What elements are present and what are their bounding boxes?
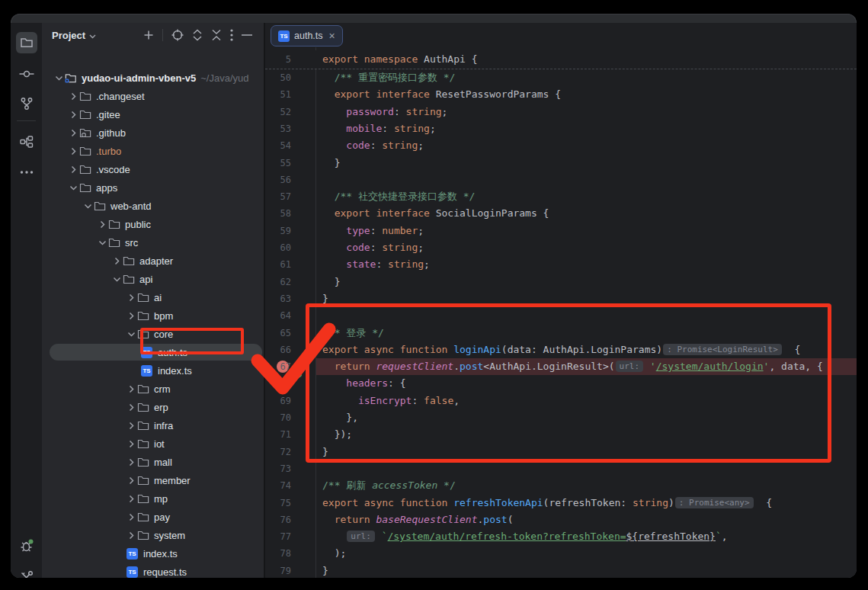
chevron-collapsed-icon[interactable] [97, 220, 107, 229]
code-line-76[interactable]: 76 return baseRequestClient.post( [265, 511, 857, 528]
tree-row-member[interactable]: member [42, 471, 264, 489]
tab-auth-ts[interactable]: TS auth.ts × [271, 25, 343, 46]
chevron-collapsed-icon[interactable] [126, 440, 136, 448]
chevron-collapsed-icon[interactable] [126, 312, 136, 320]
code-line-57[interactable]: 57 /** 社交快捷登录接口参数 */ [265, 188, 857, 205]
tree-row-web-antd[interactable]: web-antd [42, 197, 264, 215]
chevron-expanded-icon[interactable] [97, 239, 107, 247]
chevron-collapsed-icon[interactable] [126, 422, 136, 430]
line-number[interactable]: 70 [265, 409, 291, 426]
tools-icon[interactable] [16, 567, 37, 578]
line-number[interactable]: 55 [265, 155, 291, 172]
line-number[interactable]: 52 [265, 104, 291, 120]
code-line-59[interactable]: 59 type: number; [265, 223, 857, 239]
tree-row-index-ts[interactable]: TSindex.ts [42, 361, 264, 380]
tree-row--turbo[interactable]: .turbo [42, 142, 264, 160]
chevron-collapsed-icon[interactable] [68, 129, 78, 137]
line-number[interactable]: 60 [265, 239, 291, 256]
chevron-collapsed-icon[interactable] [126, 293, 136, 302]
tree-row-adapter[interactable]: adapter [42, 252, 264, 270]
line-number[interactable]: 59 [265, 223, 291, 239]
project-folder-icon[interactable] [16, 32, 37, 53]
tab-close-icon[interactable]: × [329, 32, 335, 40]
chevron-collapsed-icon[interactable] [68, 165, 78, 174]
tree-row-request-ts[interactable]: TSrequest.ts [42, 563, 264, 578]
tree-row-src[interactable]: src [42, 233, 264, 252]
code-line-75[interactable]: 75export async function refreshTokenApi(… [265, 495, 857, 511]
tree-row-pay[interactable]: pay [42, 508, 264, 526]
tree-row-index-ts[interactable]: TSindex.ts [42, 544, 264, 563]
chevron-collapsed-icon[interactable] [68, 92, 78, 101]
tree-row-ai[interactable]: ai [42, 288, 264, 306]
code-line-54[interactable]: 54 code: string; [265, 137, 857, 154]
tree-row--changeset[interactable]: .changeset [42, 87, 264, 105]
code-line-55[interactable]: 55 } [265, 155, 857, 172]
chevron-expanded-icon[interactable] [111, 275, 122, 284]
line-number[interactable]: 75 [265, 495, 291, 511]
tree-row-crm[interactable]: crm [42, 380, 264, 398]
tree-row-system[interactable]: system [42, 526, 264, 544]
chevron-expanded-icon[interactable] [68, 184, 78, 192]
line-number[interactable]: 73 [265, 460, 291, 477]
line-number[interactable]: 63 [265, 290, 291, 307]
tree-row-mp[interactable]: mp [42, 489, 264, 508]
options-kebab-icon[interactable] [230, 29, 233, 41]
collapse-all-icon[interactable] [211, 29, 222, 41]
code-line-52[interactable]: 52 password: string; [265, 104, 857, 120]
chevron-down-icon[interactable] [89, 30, 96, 41]
code-line-53[interactable]: 53 mobile: string; [265, 120, 857, 137]
line-number[interactable]: 61 [265, 256, 291, 273]
line-number[interactable]: 74 [265, 477, 291, 494]
tree-row-infra[interactable]: infra [42, 416, 264, 434]
line-number[interactable]: 72 [265, 444, 291, 460]
code-line-62[interactable]: 62 } [265, 274, 857, 290]
code-line-79[interactable]: 79} [265, 563, 857, 578]
tree-row--gitee[interactable]: .gitee [42, 105, 264, 123]
tree-row-iot[interactable]: iot [42, 434, 264, 453]
line-number[interactable]: 79 [265, 563, 291, 578]
chevron-collapsed-icon[interactable] [126, 495, 136, 503]
tree-row--vscode[interactable]: .vscode [42, 160, 264, 178]
code-line-74[interactable]: 74/** 刷新 accessToken */ [265, 477, 857, 494]
project-panel-title[interactable]: Project [52, 30, 85, 41]
version-control-icon[interactable] [16, 93, 37, 114]
tree-row-erp[interactable]: erp [42, 398, 264, 416]
code-line-61[interactable]: 61 state: string; [265, 256, 857, 273]
code-line-58[interactable]: 58 export interface SocialLoginParams { [265, 205, 857, 222]
tree-row--github[interactable]: .github [42, 123, 264, 142]
chevron-collapsed-icon[interactable] [126, 403, 136, 412]
line-number[interactable]: 5 [265, 50, 291, 69]
code-line-78[interactable]: 78 ); [265, 545, 857, 562]
hide-panel-icon[interactable] [242, 34, 252, 36]
chevron-expanded-icon[interactable] [82, 202, 93, 210]
code-line-77[interactable]: 77 url: `/system/auth/refresh-token?refr… [265, 528, 857, 545]
code-line-56[interactable]: 56 [265, 172, 857, 188]
expand-all-icon[interactable] [192, 29, 203, 41]
chevron-collapsed-icon[interactable] [126, 458, 136, 467]
line-number[interactable]: 76 [265, 511, 291, 528]
code-line-50[interactable]: 50 /** 重置密码接口参数 */ [265, 69, 857, 86]
line-number[interactable]: 56 [265, 172, 291, 188]
chevron-collapsed-icon[interactable] [126, 513, 136, 521]
line-number[interactable]: 53 [265, 120, 291, 137]
tree-row-api[interactable]: api [42, 270, 264, 288]
chevron-collapsed-icon[interactable] [126, 385, 136, 393]
line-number[interactable]: 77 [265, 528, 291, 545]
tree-row-yudao-ui-admin-vben-v5[interactable]: yudao-ui-admin-vben-v5~/Java/yud [42, 69, 264, 87]
tree-row-bpm[interactable]: bpm [42, 306, 264, 325]
code-line-51[interactable]: 51 export interface ResetPasswordParams … [265, 86, 857, 103]
tree-row-public[interactable]: public [42, 215, 264, 233]
line-number[interactable]: 62 [265, 274, 291, 290]
add-icon[interactable] [143, 30, 154, 40]
more-tool-windows-icon[interactable] [16, 162, 37, 183]
tree-row-apps[interactable]: apps [42, 178, 264, 197]
chevron-expanded-icon[interactable] [126, 330, 136, 338]
line-number[interactable]: 50 [265, 69, 291, 86]
debug-icon[interactable] [16, 535, 37, 556]
line-number[interactable]: 54 [265, 137, 291, 154]
locate-file-icon[interactable] [171, 29, 184, 41]
line-number[interactable]: 78 [265, 545, 291, 562]
chevron-expanded-icon[interactable] [53, 74, 64, 82]
line-number[interactable]: 58 [265, 205, 291, 222]
chevron-collapsed-icon[interactable] [68, 147, 78, 156]
